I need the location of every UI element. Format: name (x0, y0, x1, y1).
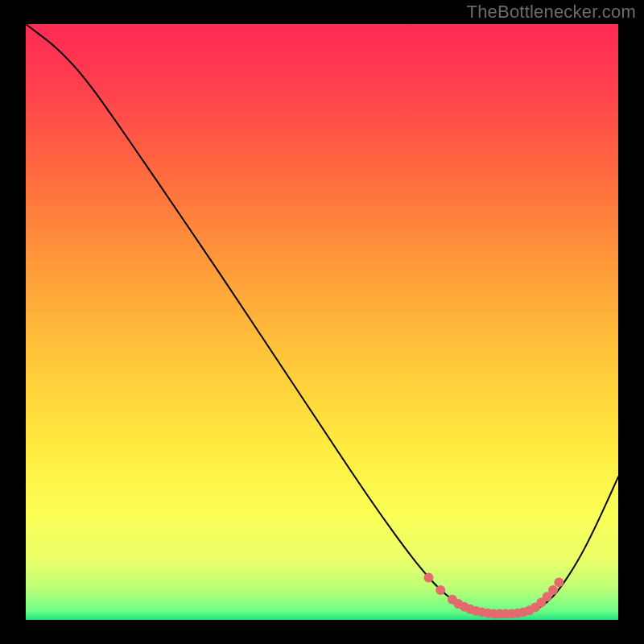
optimal-marker (436, 585, 445, 595)
bottleneck-chart (26, 24, 618, 620)
chart-background (26, 24, 618, 620)
optimal-marker (554, 577, 564, 587)
watermark-text: TheBottlenecker.com (467, 2, 636, 23)
optimal-marker (423, 572, 433, 582)
optimal-marker (548, 585, 558, 595)
app-frame: TheBottlenecker.com (0, 0, 644, 644)
chart-container (26, 24, 618, 620)
